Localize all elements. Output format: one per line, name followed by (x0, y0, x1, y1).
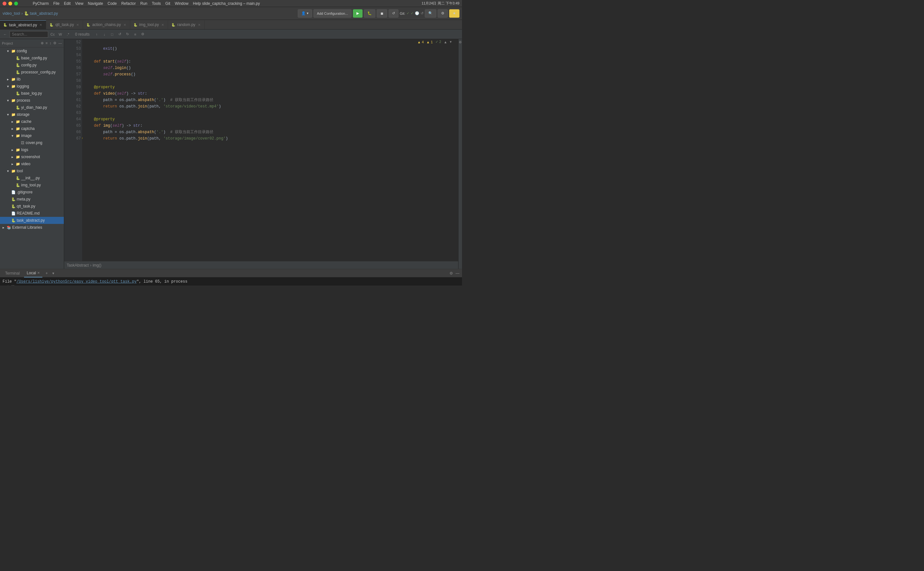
chevron-right-icon: ▸ (6, 77, 10, 82)
tab-action-chains[interactable]: 🐍 action_chains.py ✕ (83, 20, 130, 29)
search-input[interactable] (9, 31, 48, 37)
menu-run[interactable]: Run (140, 1, 147, 6)
stop-button[interactable]: ⏹ (376, 9, 387, 18)
sidebar-item-base-log[interactable]: 🐍 base_log.py (0, 90, 64, 97)
code-content[interactable]: exit() def start(self): self.login() sel… (82, 39, 458, 261)
word-button[interactable]: W (57, 31, 63, 37)
sidebar-item-process[interactable]: ▾ 📁 process (0, 97, 64, 104)
tab-local[interactable]: Local ✕ (24, 269, 42, 278)
terminal-dropdown[interactable]: ▾ (51, 271, 56, 276)
sidebar-item-lib[interactable]: ▸ 📁 lib (0, 76, 64, 83)
close-tab-img-tool[interactable]: ✕ (161, 23, 165, 27)
gear-icon[interactable]: ⚙ (53, 41, 57, 45)
sidebar-item-storage[interactable]: ▾ 📁 storage (0, 111, 64, 118)
sidebar-item-config-py[interactable]: 🐍 config.py (0, 62, 64, 69)
menu-code[interactable]: Code (108, 1, 117, 6)
sidebar-item-logs[interactable]: ▸ 📁 logs (0, 146, 64, 153)
close-tab-qtt-task[interactable]: ✕ (76, 23, 80, 27)
preview-button[interactable]: □ (109, 31, 115, 37)
sidebar-item-cover-png[interactable]: 🖼 cover.png (0, 139, 64, 146)
collapse-icon[interactable]: ≡ (46, 41, 48, 45)
minimize-icon[interactable]: — (59, 41, 62, 45)
sidebar-item-external-libs[interactable]: ▸ 📚 External Libraries (0, 224, 64, 231)
close-btn[interactable] (3, 2, 6, 5)
regex-button[interactable]: .* (65, 31, 71, 37)
notification-button[interactable]: ★ (449, 9, 460, 18)
sidebar-item-gitignore[interactable]: 📄 .gitignore (0, 188, 64, 196)
lib-icon: 📚 (7, 225, 11, 230)
sidebar-item-video[interactable]: ▸ 📁 video (0, 160, 64, 167)
terminal-line-1: File "/Users/lishiye/pythonSrc/easy_vide… (3, 279, 460, 284)
folder-icon: 📁 (11, 49, 16, 53)
sidebar-item-meta[interactable]: 🐍 meta.py (0, 196, 64, 203)
expand-icon[interactable]: ▲ (444, 40, 447, 44)
sidebar-item-image[interactable]: ▾ 📁 image (0, 132, 64, 139)
menu-navigate[interactable]: Navigate (88, 1, 103, 6)
replace-all-button[interactable]: ↻ (124, 31, 131, 37)
sidebar-item-init[interactable]: 🐍 __init__.py (0, 174, 64, 182)
multiline-button[interactable]: ≡ (132, 31, 138, 37)
search-button[interactable]: 🔍 (425, 9, 437, 18)
chevron-right-icon-4: ▸ (10, 148, 15, 152)
close-tab-task-abstract[interactable]: ✕ (39, 23, 43, 27)
code-area: 52 53 54 55 56 57 58 59 60 61 62 63 64 6… (64, 39, 458, 261)
menu-tools[interactable]: Tools (152, 1, 161, 6)
sort-icon[interactable]: ↕ (50, 41, 52, 45)
sidebar-item-cache[interactable]: ▸ 📁 cache (0, 118, 64, 125)
tab-img-tool[interactable]: 🐍 img_tool.py ✕ (130, 20, 168, 29)
menu-help[interactable]: Help (193, 1, 201, 6)
traffic-lights[interactable] (3, 2, 18, 5)
sidebar-item-tool[interactable]: ▾ 📁 tool (0, 167, 64, 174)
tab-random[interactable]: 🐍 random.py ✕ (168, 20, 205, 29)
sidebar-item-logging[interactable]: ▾ 📁 logging (0, 83, 64, 90)
locate-icon[interactable]: ⊕ (41, 41, 44, 45)
terminal-close-icon[interactable]: — (456, 271, 460, 276)
menu-window[interactable]: Window (175, 1, 189, 6)
run-button[interactable]: ▶ (353, 9, 363, 18)
sidebar-item-qtt-task[interactable]: 🐍 qtt_task.py (0, 203, 64, 210)
debug-button[interactable]: 🐛 (364, 9, 375, 18)
sidebar-item-processor-config[interactable]: 🐍 processor_config.py (0, 69, 64, 76)
sidebar-item-img-tool[interactable]: 🐍 img_tool.py (0, 182, 64, 188)
tab-terminal[interactable]: Terminal (3, 269, 22, 278)
add-config-button[interactable]: Add Configuration... (313, 9, 352, 18)
chevron-right-icon-3: ▸ (10, 127, 15, 131)
sidebar-item-yi-dian-hao[interactable]: 🐍 yi_dian_hao.py (0, 104, 64, 111)
case-sensitive-button[interactable]: Cc (49, 31, 56, 37)
maximize-btn[interactable] (14, 2, 18, 5)
filter-button[interactable]: ⚙ (140, 31, 146, 37)
next-result-button[interactable]: ↓ (101, 31, 108, 37)
replace-button[interactable]: ↺ (116, 31, 123, 37)
sidebar-item-captcha[interactable]: ▸ 📁 captcha (0, 125, 64, 132)
terminal-settings-icon[interactable]: ⚙ (449, 271, 453, 276)
rerun-button[interactable]: ↺ (389, 9, 398, 18)
minimize-btn[interactable] (8, 2, 12, 5)
sidebar-item-config[interactable]: ▾ 📁 config (0, 48, 64, 54)
sidebar-item-base-config[interactable]: 🐍 base_config.py (0, 54, 64, 62)
settings-button[interactable]: ⚙ (438, 9, 448, 18)
py-icon: 🐍 (3, 23, 7, 27)
menu-file[interactable]: File (53, 1, 59, 6)
collapse-code-icon[interactable]: ▾ (450, 40, 452, 44)
sidebar-item-readme[interactable]: 📄 README.md (0, 210, 64, 217)
close-tab-random[interactable]: ✕ (197, 23, 201, 27)
menu-git[interactable]: Git (165, 1, 170, 6)
menu-pycharm[interactable]: PyCharm (33, 1, 49, 6)
tab-task-abstract[interactable]: 🐍 task_abstract.py ✕ (0, 20, 46, 29)
close-tab-action-chains[interactable]: ✕ (123, 23, 127, 27)
menu-edit[interactable]: Edit (64, 1, 71, 6)
menu-view[interactable]: View (75, 1, 83, 6)
profile-button[interactable]: 👤 ▾ (298, 9, 312, 18)
sidebar-item-task-abstract[interactable]: 🐍 task_abstract.py (0, 217, 64, 224)
right-panel-icon-1[interactable]: ⚙ (459, 40, 462, 44)
menu-refactor[interactable]: Refactor (121, 1, 136, 6)
py-icon-5: 🐍 (171, 23, 175, 27)
tab-qtt-task[interactable]: 🐍 qtt_task.py ✕ (46, 20, 83, 29)
file-link[interactable]: /Users/lishiye/pythonSrc/easy_video_tool… (16, 279, 136, 284)
prev-result-button[interactable]: ↑ (93, 31, 100, 37)
close-local-tab[interactable]: ✕ (37, 271, 40, 275)
add-terminal-button[interactable]: + (44, 271, 49, 276)
sidebar-item-screenshot[interactable]: ▸ 📁 screenshot (0, 153, 64, 160)
folder-icon-captcha: 📁 (16, 127, 20, 131)
search-back-button[interactable]: ← (2, 31, 8, 37)
